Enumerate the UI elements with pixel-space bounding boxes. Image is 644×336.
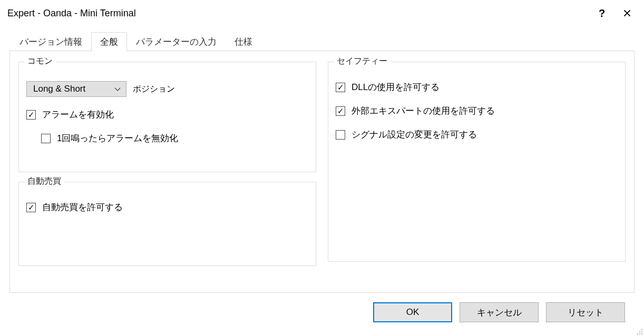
right-column: セイフティー DLLの使用を許可する 外部エキスパートの使用を許可する シグナル…: [328, 62, 626, 276]
position-combo[interactable]: Long & Short: [26, 81, 126, 97]
row-disable-after-one: 1回鳴ったらアラームを無効化: [41, 132, 308, 144]
reset-button[interactable]: リセット: [546, 302, 625, 322]
label-disable-after-one: 1回鳴ったらアラームを無効化: [57, 132, 178, 144]
row-allow-dll: DLLの使用を許可する: [336, 81, 618, 93]
group-auto-trade: 自動売買 自動売買を許可する: [18, 182, 316, 266]
checkbox-disable-after-one[interactable]: [41, 134, 51, 143]
group-common: コモン Long & Short ポジション アラームを有効化: [18, 62, 316, 172]
svg-point-5: [641, 333, 642, 334]
svg-point-1: [639, 331, 640, 332]
cancel-button[interactable]: キャンセル: [460, 302, 539, 322]
tab-label: 仕様: [235, 37, 252, 47]
tab-version-info[interactable]: バージョン情報: [11, 32, 91, 51]
checkbox-allow-signal-mod[interactable]: [336, 130, 345, 140]
row-allow-signal-mod: シグナル設定の変更を許可する: [336, 129, 618, 141]
chevron-down-icon: [114, 85, 121, 93]
reset-button-label: リセット: [568, 307, 603, 319]
tab-spec[interactable]: 仕様: [226, 32, 261, 51]
tab-page-general: コモン Long & Short ポジション アラームを有効化: [9, 51, 635, 293]
help-button[interactable]: ?: [589, 3, 614, 24]
svg-point-0: [641, 329, 642, 330]
titlebar: Expert - Oanda - Mini Terminal ?: [0, 0, 644, 26]
tab-label: バージョン情報: [19, 37, 82, 47]
row-allow-ext-expert: 外部エキスパートの使用を許可する: [336, 105, 618, 117]
tab-general[interactable]: 全般: [91, 32, 127, 51]
label-enable-alarm: アラームを有効化: [42, 108, 114, 121]
tab-label: 全般: [100, 37, 118, 47]
label-allow-auto: 自動売買を許可する: [42, 201, 123, 213]
svg-point-4: [639, 333, 640, 334]
group-title-common: コモン: [24, 56, 56, 67]
svg-point-2: [641, 331, 642, 332]
checkbox-allow-dll[interactable]: [336, 83, 345, 92]
close-icon: [623, 6, 631, 20]
tab-parameter-input[interactable]: パラメーターの入力: [127, 32, 226, 51]
row-enable-alarm: アラームを有効化: [26, 108, 308, 121]
resize-grip[interactable]: [635, 327, 643, 335]
left-column: コモン Long & Short ポジション アラームを有効化: [18, 62, 316, 276]
client-area: バージョン情報 全般 パラメーターの入力 仕様 コモン Long & Short: [0, 26, 644, 322]
tabstrip: バージョン情報 全般 パラメーターの入力 仕様: [11, 32, 635, 51]
group-title-safety: セイフティー: [334, 56, 391, 67]
label-allow-ext-expert: 外部エキスパートの使用を許可する: [352, 105, 495, 117]
button-bar: OK キャンセル リセット: [9, 293, 635, 322]
position-label: ポジション: [133, 84, 175, 95]
window-title: Expert - Oanda - Mini Terminal: [7, 8, 589, 19]
row-allow-auto: 自動売買を許可する: [26, 201, 308, 213]
tab-label: パラメーターの入力: [136, 37, 217, 47]
label-allow-signal-mod: シグナル設定の変更を許可する: [352, 129, 477, 141]
position-combo-value: Long & Short: [33, 84, 85, 94]
checkbox-enable-alarm[interactable]: [26, 110, 36, 120]
ok-button[interactable]: OK: [373, 302, 452, 322]
checkbox-allow-auto[interactable]: [26, 203, 36, 212]
checkbox-allow-ext-expert[interactable]: [336, 106, 345, 116]
group-title-auto: 自動売買: [24, 176, 64, 187]
cancel-button-label: キャンセル: [477, 307, 522, 319]
label-allow-dll: DLLの使用を許可する: [352, 81, 440, 93]
row-position: Long & Short ポジション: [26, 81, 308, 97]
resize-grip-icon: [635, 328, 643, 336]
ok-button-label: OK: [406, 307, 419, 318]
close-button[interactable]: [614, 3, 640, 24]
svg-point-3: [637, 333, 638, 334]
group-safety: セイフティー DLLの使用を許可する 外部エキスパートの使用を許可する シグナル…: [328, 62, 626, 262]
